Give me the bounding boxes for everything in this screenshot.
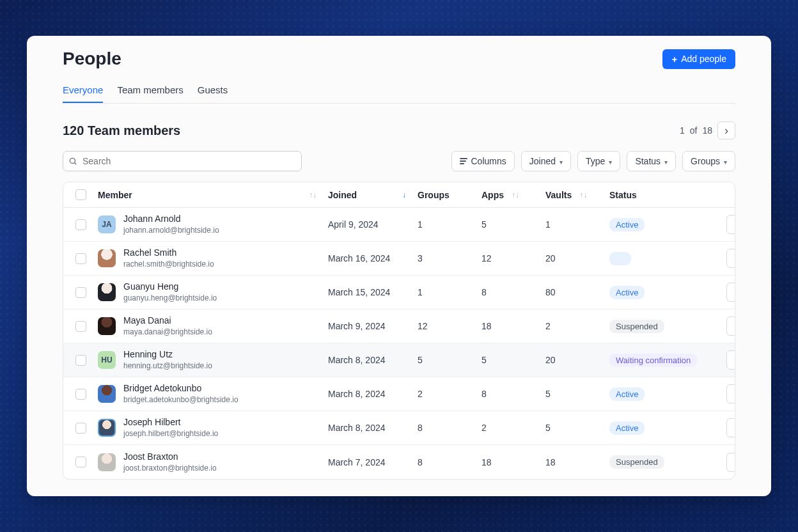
plus-icon xyxy=(671,54,677,65)
page-header: People Add people xyxy=(63,36,735,69)
th-status[interactable]: Status xyxy=(609,190,722,200)
table-row: Joost Braxtonjoost.braxton@brightside.io… xyxy=(63,445,735,479)
avatar: HU xyxy=(98,351,116,369)
th-checkbox xyxy=(63,189,98,200)
tab-everyone[interactable]: Everyone xyxy=(63,84,103,103)
row-checkbox[interactable] xyxy=(75,253,86,264)
cell-vaults: 5 xyxy=(545,389,609,399)
member-cell[interactable]: Rachel Smithrachel.smith@brightside.io xyxy=(98,247,328,269)
filter-groups-label: Groups xyxy=(691,156,720,166)
avatar xyxy=(98,317,116,335)
cell-vaults: 20 xyxy=(545,253,609,263)
cell-joined: March 8, 2024 xyxy=(328,389,418,399)
filter-type[interactable]: Type xyxy=(577,151,620,171)
row-checkbox[interactable] xyxy=(75,321,86,332)
cell-status: Active xyxy=(609,218,722,231)
member-cell[interactable]: Joseph Hilbertjoseph.hilbert@brightside.… xyxy=(98,417,328,438)
th-vaults-label: Vaults xyxy=(545,190,572,200)
member-name: Henning Utz xyxy=(123,349,212,360)
member-cell[interactable]: HUHenning Utzhenning.utz@brightside.io xyxy=(98,349,328,370)
search-icon xyxy=(68,157,77,166)
cell-vaults: 2 xyxy=(545,321,609,331)
member-name: Joost Braxton xyxy=(123,451,217,462)
cell-vaults: 20 xyxy=(545,355,609,365)
row-checkbox[interactable] xyxy=(75,389,86,400)
member-email: johann.arnold@brightside.io xyxy=(123,226,219,235)
row-checkbox[interactable] xyxy=(75,457,86,467)
member-cell[interactable]: Maya Danaimaya.danai@brightside.io xyxy=(98,315,328,336)
cell-groups: 5 xyxy=(418,355,481,365)
row-actions-button[interactable] xyxy=(726,418,735,437)
member-name: Rachel Smith xyxy=(123,247,214,258)
member-cell[interactable]: JAJohann Arnoldjohann.arnold@brightside.… xyxy=(98,214,328,235)
row-actions-button[interactable] xyxy=(726,283,735,302)
columns-button[interactable]: Columns xyxy=(451,151,515,171)
row-checkbox[interactable] xyxy=(75,287,86,298)
pager-next-button[interactable] xyxy=(717,121,735,139)
avatar xyxy=(98,283,116,301)
avatar: JA xyxy=(98,215,116,233)
columns-icon xyxy=(460,158,467,164)
member-email: joseph.hilbert@brightside.io xyxy=(123,429,218,438)
th-groups[interactable]: Groups xyxy=(418,190,481,200)
member-name: Guanyu Heng xyxy=(123,281,217,292)
cell-status: Suspended xyxy=(609,320,722,333)
cell-groups: 8 xyxy=(418,423,481,433)
member-email: maya.danai@brightside.io xyxy=(123,327,212,336)
svg-point-0 xyxy=(70,158,75,163)
tab-guests[interactable]: Guests xyxy=(198,84,228,103)
tabs: EveryoneTeam membersGuests xyxy=(63,84,735,104)
filter-type-label: Type xyxy=(586,156,605,166)
row-actions-button[interactable] xyxy=(726,384,735,403)
th-status-label: Status xyxy=(609,190,637,200)
member-cell[interactable]: Joost Braxtonjoost.braxton@brightside.io xyxy=(98,451,328,473)
chevron-down-icon xyxy=(559,156,563,166)
sort-icon: ↑↓ xyxy=(579,191,587,199)
cell-apps: 8 xyxy=(481,287,545,297)
page-title: People xyxy=(63,49,121,69)
member-cell[interactable]: Guanyu Hengguanyu.heng@brightside.io xyxy=(98,281,328,302)
cell-status: Active xyxy=(609,387,722,401)
member-name: Maya Danai xyxy=(123,315,212,326)
th-vaults[interactable]: Vaults ↑↓ xyxy=(545,190,609,200)
cell-vaults: 1 xyxy=(545,219,609,230)
member-email: henning.utz@brightside.io xyxy=(123,361,212,370)
member-name: Joseph Hilbert xyxy=(123,417,218,428)
cell-groups: 2 xyxy=(418,389,481,399)
filter-groups[interactable]: Groups xyxy=(682,151,735,171)
search-input[interactable] xyxy=(63,151,302,171)
th-member-label: Member xyxy=(98,190,132,200)
cell-status: Active xyxy=(609,286,722,299)
member-count: 120 Team members xyxy=(63,123,180,138)
tab-team-members[interactable]: Team members xyxy=(117,84,183,103)
table-row: Guanyu Hengguanyu.heng@brightside.ioMarc… xyxy=(63,276,735,309)
th-member[interactable]: Member ↑↓ xyxy=(98,190,328,200)
row-actions-button[interactable] xyxy=(726,249,735,268)
th-apps-label: Apps xyxy=(481,190,504,200)
th-joined[interactable]: Joined ↓ xyxy=(328,190,418,200)
filter-joined[interactable]: Joined xyxy=(521,151,571,171)
member-cell[interactable]: Bridget Adetokunbobridget.adetokunbo@bri… xyxy=(98,383,328,404)
row-actions-button[interactable] xyxy=(726,453,735,472)
cell-groups: 1 xyxy=(418,287,481,297)
row-checkbox[interactable] xyxy=(75,219,86,230)
row-checkbox[interactable] xyxy=(75,355,86,366)
table-row: Maya Danaimaya.danai@brightside.ioMarch … xyxy=(63,309,735,343)
cell-vaults: 18 xyxy=(545,457,609,467)
more-icon xyxy=(731,423,735,433)
filter-status[interactable]: Status xyxy=(627,151,676,171)
row-actions-button[interactable] xyxy=(726,215,735,234)
member-email: bridget.adetokunbo@brightside.io xyxy=(123,395,239,404)
th-apps[interactable]: Apps ↑↓ xyxy=(481,190,545,200)
svg-line-1 xyxy=(74,162,76,164)
row-actions-button[interactable] xyxy=(726,350,735,370)
table-body: JAJohann Arnoldjohann.arnold@brightside.… xyxy=(63,208,735,479)
status-badge: Suspended xyxy=(609,320,664,333)
sort-icon: ↑↓ xyxy=(309,191,317,199)
row-checkbox[interactable] xyxy=(75,423,86,434)
status-badge: Waiting confirmation xyxy=(609,354,697,367)
add-people-button[interactable]: Add people xyxy=(662,49,735,69)
row-actions-button[interactable] xyxy=(726,317,735,336)
select-all-checkbox[interactable] xyxy=(75,189,86,200)
table-row: Rachel Smithrachel.smith@brightside.ioMa… xyxy=(63,242,735,276)
